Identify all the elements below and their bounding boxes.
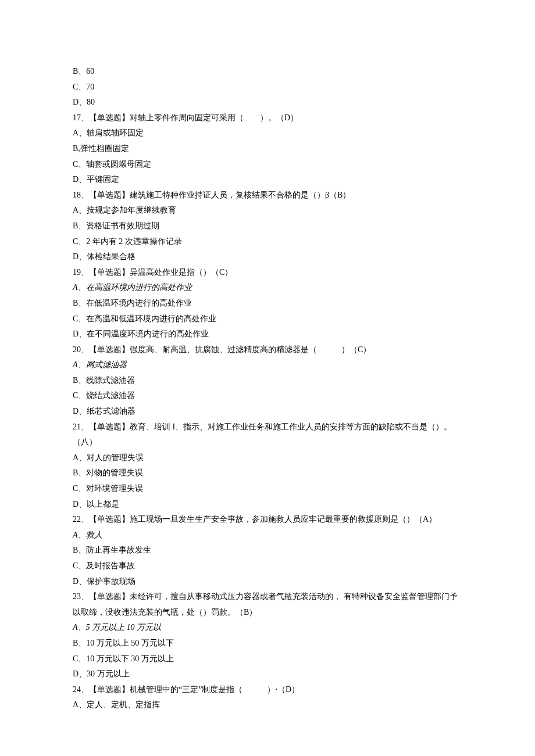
text-line: C、对环境管理失误 bbox=[73, 481, 462, 497]
text-line: 24、【单选题】机械管理中的“三定”制度是指（ ）·（D） bbox=[73, 682, 462, 698]
text-line: A、在高温环境内进行的高处作业 bbox=[73, 280, 462, 296]
text-line: C、及时报告事故 bbox=[73, 558, 462, 574]
text-line: 23、【单选题】未经许可，擅自从事移动式压力容器或者气瓶充装活动的， 有特种设备… bbox=[73, 589, 462, 620]
text-line: C、在高温和低温环境内进行的高处作业 bbox=[73, 311, 462, 327]
text-line: D、平键固定 bbox=[73, 172, 462, 188]
text-line: 21、【单选题】教育、培训 I、指示、对施工作业任务和施工作业人员的安排等方面的… bbox=[73, 420, 462, 450]
text-line: A、救人 bbox=[73, 528, 462, 543]
text-line: C、烧结式滤油器 bbox=[73, 388, 462, 404]
text-line: 17、【单选题】对轴上零件作周向固定可采用（ ）。（D） bbox=[73, 110, 462, 126]
text-line: 20、【单选题】强度高、耐高温、抗腐蚀、过滤精度高的精滤器是（ ）（C） bbox=[73, 342, 462, 358]
text-line: C、2 年内有 2 次违章操作记录 bbox=[73, 234, 462, 250]
text-line: D、保护事故现场 bbox=[73, 574, 462, 590]
text-line: A、轴肩或轴环固定 bbox=[73, 126, 462, 141]
text-line: A、5 万元以上 10 万元以 bbox=[73, 620, 462, 636]
document-page: B、60C、70D、8017、【单选题】对轴上零件作周向固定可采用（ ）。（D）… bbox=[0, 0, 535, 756]
text-line: D、以上都是 bbox=[73, 497, 462, 513]
text-line: B、10 万元以上 50 万元以下 bbox=[73, 636, 462, 651]
text-line: 18、【单选题】建筑施工特种作业持证人员，复核结果不合格的是（）β（B） bbox=[73, 188, 462, 203]
text-line: C、轴套或圆螺母固定 bbox=[73, 157, 462, 173]
text-line: 19、【单选题】异温高处作业是指（）（C） bbox=[73, 265, 462, 281]
text-line: B、60 bbox=[73, 64, 462, 80]
text-line: D、在不同温度环境内进行的高处作业 bbox=[73, 327, 462, 342]
text-line: D、纸芯式滤油器 bbox=[73, 404, 462, 420]
text-line: B、防止再生事故发生 bbox=[73, 543, 462, 558]
text-line: D、30 万元以上 bbox=[73, 667, 462, 682]
text-line: A、对人的管理失误 bbox=[73, 450, 462, 466]
text-line: C、70 bbox=[73, 80, 462, 95]
text-line: D、80 bbox=[73, 95, 462, 110]
text-line: B、对物的管理失误 bbox=[73, 465, 462, 481]
text-line: A、按规定参加年度继续教育 bbox=[73, 203, 462, 218]
text-line: D、体检结果合格 bbox=[73, 249, 462, 265]
text-line: A、网式滤油器 bbox=[73, 357, 462, 373]
text-line: B、资格证书有效期过期 bbox=[73, 218, 462, 234]
text-line: B,弹性档圈固定 bbox=[73, 141, 462, 157]
text-line: 22、【单选题】施工现场一旦发生生产安全事故，参加施救人员应牢记最重要的救援原则… bbox=[73, 512, 462, 528]
text-line: A、定人、定机、定指挥 bbox=[73, 697, 462, 713]
text-line: B、在低温环境内进行的高处作业 bbox=[73, 296, 462, 311]
text-line: C、10 万元以下 30 万元以上 bbox=[73, 651, 462, 667]
text-line: B、线隙式滤油器 bbox=[73, 373, 462, 389]
